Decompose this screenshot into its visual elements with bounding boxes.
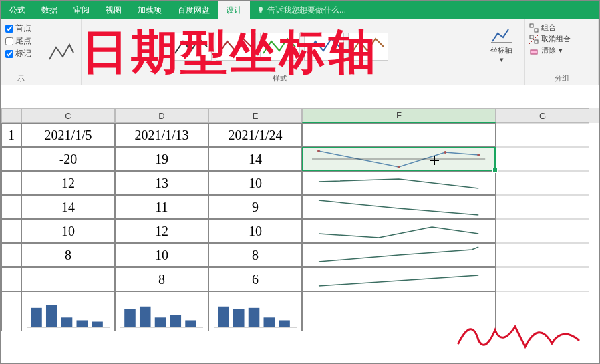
spreadsheet-grid[interactable]: C D E F G 1 2021/1/5 2021/1/13 2021/1/24… — [1, 108, 599, 363]
bar-spark-e — [214, 292, 297, 331]
axis-button[interactable]: 坐标轴 ▾ — [482, 21, 520, 67]
cell[interactable] — [496, 123, 589, 147]
cell[interactable] — [21, 267, 115, 291]
sparkline-3 — [312, 196, 485, 218]
table-row: -20 19 14 — [1, 147, 599, 171]
cell[interactable]: -20 — [21, 147, 115, 171]
cell[interactable]: 2021/1/13 — [115, 123, 208, 147]
tab-addins[interactable]: 加载项 — [130, 1, 170, 19]
tab-design[interactable]: 设计 — [218, 1, 250, 19]
col-header-A[interactable] — [1, 108, 21, 123]
column-headers: C D E F G — [1, 108, 599, 123]
cell[interactable]: 2021/1/24 — [208, 123, 302, 147]
cell[interactable]: 8 — [21, 243, 115, 267]
cell[interactable] — [1, 267, 21, 291]
svg-rect-5 — [530, 35, 533, 39]
selected-cell[interactable] — [302, 147, 496, 171]
cell[interactable]: 13 — [115, 171, 208, 195]
ribbon-body: 首点 尾点 标记 示 样式 坐标轴 ▾ 组合 取消组合 清除 ▾ 分组 — [1, 19, 599, 85]
sparkline-2 — [312, 172, 485, 194]
col-header-E[interactable]: E — [208, 108, 302, 123]
cell[interactable]: 10 — [21, 219, 115, 243]
cell[interactable] — [1, 243, 21, 267]
cell[interactable]: 8 — [115, 267, 208, 291]
cell[interactable] — [302, 195, 496, 219]
cell[interactable]: 10 — [115, 243, 208, 267]
cell[interactable] — [302, 267, 496, 291]
clear-button[interactable]: 清除 ▾ — [529, 45, 594, 55]
cell[interactable]: 12 — [115, 219, 208, 243]
cell[interactable] — [302, 219, 496, 243]
cell[interactable] — [208, 291, 302, 331]
col-header-G[interactable]: G — [496, 108, 589, 123]
group-button[interactable]: 组合 — [529, 23, 594, 33]
cell[interactable]: 14 — [21, 195, 115, 219]
col-header-F[interactable]: F — [302, 108, 496, 123]
cell[interactable] — [302, 243, 496, 267]
ungroup-button[interactable]: 取消组合 — [529, 34, 594, 44]
tab-formula[interactable]: 公式 — [1, 1, 33, 19]
cell[interactable]: 14 — [208, 147, 302, 171]
style-item-5[interactable] — [348, 33, 388, 61]
table-row: 14 11 9 — [1, 195, 599, 219]
svg-point-9 — [317, 150, 320, 152]
cell[interactable] — [115, 291, 208, 331]
cell[interactable] — [302, 123, 496, 147]
col-header-C[interactable]: C — [21, 108, 115, 123]
svg-rect-21 — [140, 307, 151, 327]
group-icon — [529, 23, 539, 33]
cell[interactable] — [1, 195, 21, 219]
cell[interactable] — [496, 195, 589, 219]
cell[interactable] — [496, 243, 589, 267]
cell[interactable] — [21, 291, 115, 331]
check-first[interactable]: 首点 — [5, 23, 37, 34]
sparkline-style-gallery[interactable] — [86, 21, 474, 72]
cell[interactable] — [496, 171, 589, 195]
cell[interactable] — [1, 147, 21, 171]
cell[interactable] — [496, 267, 589, 291]
cell[interactable]: 10 — [208, 219, 302, 243]
group-label-style: 样式 — [86, 72, 474, 83]
svg-rect-3 — [530, 24, 533, 27]
svg-rect-8 — [531, 50, 537, 54]
cell-cursor-icon — [430, 156, 439, 165]
chevron-down-icon: ▾ — [500, 55, 504, 64]
cell[interactable]: 19 — [115, 147, 208, 171]
style-item-3[interactable] — [260, 33, 300, 61]
cell[interactable] — [302, 291, 496, 331]
svg-rect-14 — [31, 308, 42, 327]
cell[interactable] — [496, 219, 589, 243]
svg-rect-26 — [218, 307, 229, 327]
table-row: 8 10 8 — [1, 243, 599, 267]
tell-me-box[interactable]: 告诉我您想要做什么... — [250, 1, 353, 19]
bar-spark-d — [120, 292, 203, 331]
cell[interactable]: 2021/1/5 — [21, 123, 115, 147]
svg-rect-1 — [260, 11, 262, 13]
check-marker[interactable]: 标记 — [5, 48, 37, 59]
tab-view[interactable]: 视图 — [98, 1, 130, 19]
cell[interactable]: 8 — [208, 243, 302, 267]
style-item-2[interactable] — [216, 33, 256, 61]
style-item-1[interactable] — [172, 33, 212, 61]
tab-baidu[interactable]: 百度网盘 — [170, 1, 218, 19]
cell[interactable]: 9 — [208, 195, 302, 219]
cell[interactable] — [496, 291, 589, 331]
cell[interactable] — [302, 171, 496, 195]
style-item-4[interactable] — [304, 33, 344, 61]
svg-point-11 — [444, 151, 447, 154]
cell[interactable] — [1, 171, 21, 195]
check-last[interactable]: 尾点 — [5, 35, 37, 47]
cell[interactable] — [1, 291, 21, 331]
svg-rect-4 — [535, 29, 538, 32]
cell[interactable] — [1, 219, 21, 243]
col-header-D[interactable]: D — [115, 108, 208, 123]
cell[interactable]: 10 — [208, 171, 302, 195]
cell[interactable]: 1 — [1, 123, 21, 147]
tab-review[interactable]: 审阅 — [65, 1, 98, 19]
cell[interactable]: 12 — [21, 171, 115, 195]
cell[interactable]: 11 — [115, 195, 208, 219]
tab-data[interactable]: 数据 — [33, 1, 65, 19]
sparkline-5 — [312, 244, 485, 266]
cell[interactable]: 6 — [208, 267, 302, 291]
cell[interactable] — [496, 147, 589, 171]
